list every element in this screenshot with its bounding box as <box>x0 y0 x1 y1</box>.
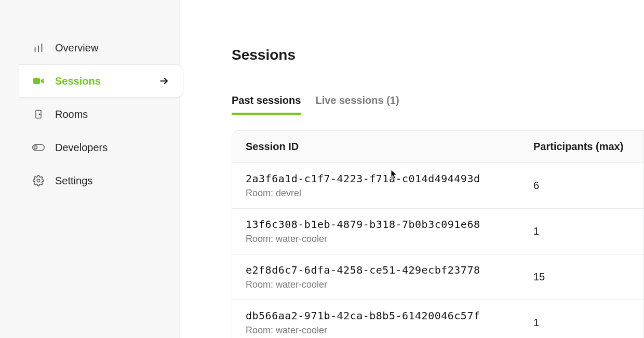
sidebar-item-settings[interactable]: Settings <box>19 164 179 197</box>
toggle-icon <box>32 141 45 154</box>
svg-point-6 <box>39 114 40 115</box>
participants-count: 6 <box>520 180 643 192</box>
tab-past-sessions[interactable]: Past sessions <box>232 94 301 115</box>
sidebar-item-sessions[interactable]: Sessions <box>19 64 183 98</box>
svg-rect-3 <box>33 78 40 84</box>
table-row[interactable]: e2f8d6c7-6dfa-4258-ce51-429ecbf23778 Roo… <box>232 254 643 300</box>
session-room: Room: water-cooler <box>246 279 506 290</box>
page-title: Sessions <box>232 47 644 63</box>
session-id: e2f8d6c7-6dfa-4258-ce51-429ecbf23778 <box>246 264 506 276</box>
tab-live-sessions[interactable]: Live sessions (1) <box>315 94 399 115</box>
participants-count: 1 <box>520 317 643 329</box>
svg-point-10 <box>37 179 40 182</box>
sidebar: Overview Sessions <box>0 0 180 338</box>
tabs: Past sessions Live sessions (1) <box>232 94 644 115</box>
table-row[interactable]: 2a3f6a1d-c1f7-4223-f71a-c014d494493d Roo… <box>232 163 643 209</box>
sidebar-item-developers[interactable]: Developers <box>19 131 179 164</box>
participants-count: 15 <box>520 271 643 283</box>
session-room: Room: devrel <box>246 188 506 199</box>
main-content: Sessions Past sessions Live sessions (1)… <box>180 0 644 338</box>
session-id: 2a3f6a1d-c1f7-4223-f71a-c014d494493d <box>246 172 506 185</box>
sidebar-item-label: Developers <box>55 142 166 154</box>
session-id: 13f6c308-b1eb-4879-b318-7b0b3c091e68 <box>246 218 506 231</box>
participants-count: 1 <box>520 225 643 237</box>
session-room: Room: water-cooler <box>246 234 506 245</box>
column-header-session-id: Session ID <box>232 141 520 153</box>
table-header-row: Session ID Participants (max) <box>232 131 643 163</box>
door-icon <box>32 108 45 120</box>
sessions-table: Session ID Participants (max) 2a3f6a1d-c… <box>232 130 644 338</box>
column-header-participants: Participants (max) <box>520 141 643 153</box>
session-id: db566aa2-971b-42ca-b8b5-61420046c57f <box>246 309 506 322</box>
video-icon <box>32 75 45 87</box>
sidebar-item-label: Rooms <box>55 109 166 120</box>
bar-chart-icon <box>32 42 45 54</box>
arrow-right-icon <box>159 76 169 86</box>
sidebar-item-label: Settings <box>55 175 166 187</box>
sidebar-item-rooms[interactable]: Rooms <box>19 98 179 131</box>
session-room: Room: water-cooler <box>246 325 506 336</box>
gear-icon <box>32 174 45 187</box>
sidebar-item-label: Sessions <box>55 75 149 87</box>
table-row[interactable]: db566aa2-971b-42ca-b8b5-61420046c57f Roo… <box>232 300 643 338</box>
sidebar-item-label: Overview <box>55 42 166 54</box>
table-row[interactable]: 13f6c308-b1eb-4879-b318-7b0b3c091e68 Roo… <box>232 209 643 254</box>
sidebar-item-overview[interactable]: Overview <box>19 31 179 64</box>
